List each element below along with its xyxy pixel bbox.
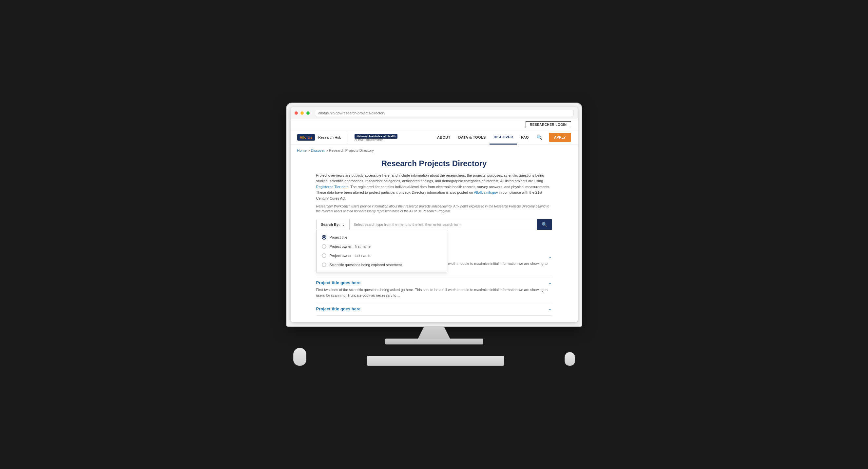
project-title-row-2: Project title goes here ⌄ [316, 306, 552, 311]
apply-button[interactable]: APPLY [549, 133, 571, 142]
main-content: Research Projects Directory Project over… [303, 156, 565, 322]
project-title-link-2[interactable]: Project title goes here [316, 307, 361, 311]
chevron-down-icon-1[interactable]: ⌄ [548, 280, 552, 285]
maximize-dot[interactable] [306, 112, 310, 115]
main-nav: AllofUs Research Hub National Institutes… [291, 130, 578, 145]
radio-scientific[interactable] [322, 262, 327, 267]
stand-neck [418, 326, 451, 339]
dropdown-label-scientific: Scientific questions being explored stat… [330, 263, 402, 267]
url-bar[interactable]: allofus.nih.gov/research-projects-direct… [315, 110, 574, 116]
breadcrumb-sep2: > [325, 149, 329, 152]
radio-owner-first[interactable] [322, 244, 327, 249]
breadcrumb-discover[interactable]: Discover [311, 149, 325, 152]
keyboard [367, 356, 504, 366]
project-item-2: Project title goes here ⌄ [316, 302, 552, 316]
dropdown-label-owner-first: Project owner - first name [330, 245, 371, 248]
chevron-down-icon: ⌄ [342, 222, 345, 227]
search-dropdown: Project title Project owner - first name… [316, 230, 447, 272]
dropdown-item-scientific[interactable]: Scientific questions being explored stat… [316, 260, 447, 270]
nav-about[interactable]: ABOUT [433, 131, 455, 144]
nav-discover[interactable]: DISCOVER [490, 130, 517, 145]
logo-area: AllofUs Research Hub National Institutes… [297, 132, 398, 142]
breadcrumb-sep1: > [307, 149, 311, 152]
peripherals [287, 348, 582, 366]
nih-badge: National Institutes of Health [354, 134, 398, 138]
search-by-button[interactable]: Search By: ⌄ [316, 219, 350, 230]
browser-bar: allofus.nih.gov/research-projects-direct… [291, 107, 578, 119]
mouse-right [565, 352, 575, 366]
mouse-left [293, 348, 306, 366]
radio-project-title[interactable] [322, 235, 327, 240]
search-button[interactable]: 🔍 [537, 219, 552, 230]
page-title: Research Projects Directory [316, 159, 552, 168]
aou-logo-all: All [300, 135, 304, 139]
chevron-down-icon-0[interactable]: ⌄ [548, 254, 552, 259]
dropdown-item-owner-last[interactable]: Project owner - last name [316, 251, 447, 260]
researcher-login-button[interactable]: RESEARCHER LOGIN [526, 121, 571, 128]
search-by-label: Search By: [321, 222, 340, 226]
logo-research-hub: Research Hub [318, 135, 341, 139]
project-title-link-1[interactable]: Project title goes here [316, 280, 361, 285]
project-title-row-1: Project title goes here ⌄ [316, 280, 552, 285]
breadcrumb-home[interactable]: Home [297, 149, 307, 152]
search-container: Search By: ⌄ 🔍 Project title [316, 219, 552, 230]
nih-logo: National Institutes of Health All of Us … [354, 134, 398, 141]
search-icon[interactable]: 🔍 [533, 131, 546, 143]
dropdown-item-project-title[interactable]: Project title [316, 233, 447, 242]
project-description-1: First two lines of the scientific questi… [316, 287, 552, 298]
registered-tier-link[interactable]: Registered Tier data [316, 185, 349, 189]
nav-links: ABOUT DATA & TOOLS DISCOVER FAQ 🔍 APPLY [404, 130, 571, 145]
project-item-1: Project title goes here ⌄ First two line… [316, 276, 552, 302]
chevron-down-icon-2[interactable]: ⌄ [548, 306, 552, 311]
stand-base [385, 339, 483, 344]
site-content: RESEARCHER LOGIN AllofUs Research Hub Na… [291, 119, 578, 322]
aou-logo: AllofUs [297, 134, 315, 140]
logo-divider [348, 132, 348, 142]
nav-faq[interactable]: FAQ [517, 131, 533, 144]
nih-sub: All of Us Research Program [354, 138, 383, 141]
close-dot[interactable] [294, 112, 298, 115]
allofus-link[interactable]: AllofUs.nih.gov [474, 190, 498, 194]
aou-logo-us: Us [308, 135, 312, 139]
breadcrumb-current: Research Projects Directory [329, 149, 374, 152]
top-bar: RESEARCHER LOGIN [291, 119, 578, 130]
dropdown-label-project-title: Project title [330, 235, 347, 239]
dropdown-item-owner-first[interactable]: Project owner - first name [316, 242, 447, 251]
desc-text1: Project overviews are publicly accessibl… [316, 174, 544, 183]
nav-data-tools[interactable]: DATA & TOOLS [455, 131, 490, 144]
page-disclaimer: Researcher Workbench users provide infor… [316, 204, 552, 214]
minimize-dot[interactable] [301, 112, 304, 115]
aou-logo-of: of [304, 135, 308, 139]
breadcrumb: Home > Discover > Research Projects Dire… [291, 145, 578, 156]
search-bar: Search By: ⌄ 🔍 [316, 219, 552, 230]
page-description: Project overviews are publicly accessibl… [316, 173, 552, 201]
radio-owner-last[interactable] [322, 253, 327, 258]
dropdown-label-owner-last: Project owner - last name [330, 254, 371, 258]
search-input[interactable] [350, 219, 537, 230]
monitor-stand [287, 326, 582, 344]
